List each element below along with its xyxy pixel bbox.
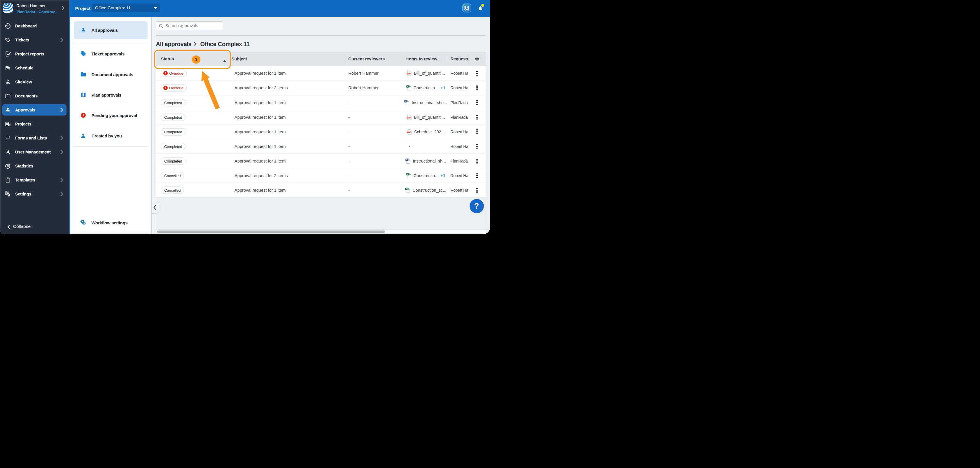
svg-text:X: X [407,86,408,88]
svg-text:PDF: PDF [407,131,410,133]
svg-text:W: W [406,159,408,161]
svg-text:X: X [407,173,408,175]
svg-text:X: X [406,188,407,189]
svg-text:PDF: PDF [407,117,409,118]
svg-text:W: W [405,100,407,102]
svg-text:PDF: PDF [407,73,409,75]
